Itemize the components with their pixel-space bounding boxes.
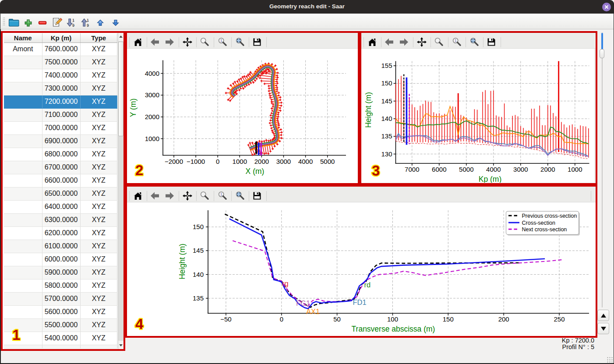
svg-text:rd: rd: [364, 281, 371, 289]
svg-text:2: 2: [135, 162, 143, 178]
svg-text:−2000: −2000: [165, 158, 183, 165]
svg-text:1: 1: [455, 39, 457, 43]
svg-text:Transverse abscissa (m): Transverse abscissa (m): [352, 325, 435, 333]
svg-text:6000: 6000: [432, 166, 446, 173]
svg-text:145: 145: [193, 247, 204, 254]
svg-text:1000: 1000: [145, 135, 159, 142]
svg-text:135: 135: [381, 132, 392, 140]
svg-text:150: 150: [381, 79, 392, 87]
svg-text:140: 140: [193, 271, 204, 278]
svg-text:3000: 3000: [276, 158, 291, 165]
svg-text:150: 150: [193, 223, 204, 230]
svg-text:0: 0: [216, 158, 219, 165]
svg-text:Next cross-section: Next cross-section: [522, 226, 567, 233]
svg-text:Height (m): Height (m): [178, 244, 187, 279]
svg-text:150: 150: [443, 315, 454, 323]
svg-text:1: 1: [220, 192, 222, 197]
svg-text:FG1: FG1: [296, 299, 310, 307]
svg-text:Height (m): Height (m): [364, 92, 373, 128]
svg-text:2000: 2000: [145, 113, 159, 120]
svg-text:X (m): X (m): [246, 167, 265, 176]
svg-text:−50: −50: [220, 315, 231, 323]
svg-text:−1000: −1000: [187, 158, 205, 165]
svg-text:155: 155: [381, 62, 392, 69]
svg-text:9: 9: [72, 23, 74, 28]
svg-text:3000: 3000: [145, 91, 159, 99]
svg-text:140: 140: [381, 115, 392, 122]
svg-text:1000: 1000: [233, 158, 247, 165]
svg-text:Y (m): Y (m): [129, 99, 138, 117]
svg-text:130: 130: [381, 150, 392, 158]
svg-text:135: 135: [193, 294, 204, 302]
svg-text:2000: 2000: [540, 166, 555, 173]
svg-text:4000: 4000: [298, 158, 313, 165]
svg-text:0: 0: [280, 315, 283, 323]
svg-text:FD1: FD1: [353, 298, 367, 306]
svg-text:9: 9: [87, 23, 89, 28]
svg-text:Cross-section: Cross-section: [522, 220, 555, 226]
svg-text:145: 145: [381, 97, 392, 105]
svg-text:250: 250: [554, 315, 565, 323]
svg-text:200: 200: [498, 315, 509, 323]
svg-text:1: 1: [12, 327, 20, 343]
svg-text:50: 50: [333, 315, 341, 323]
svg-text:1: 1: [220, 39, 222, 43]
svg-text:3000: 3000: [513, 166, 528, 173]
svg-text:Kp (m): Kp (m): [479, 175, 502, 183]
svg-text:3: 3: [372, 163, 380, 179]
svg-text:1000: 1000: [568, 166, 582, 173]
svg-text:rg: rg: [282, 279, 289, 287]
svg-text:100: 100: [387, 315, 398, 323]
svg-text:7000: 7000: [405, 166, 419, 173]
svg-text:5000: 5000: [320, 158, 335, 165]
svg-text:4000: 4000: [486, 166, 501, 173]
svg-text:Previous cross-section: Previous cross-section: [522, 213, 577, 219]
svg-text:5000: 5000: [459, 166, 473, 173]
svg-text:4: 4: [135, 316, 144, 332]
svg-text:AX1: AX1: [306, 307, 320, 315]
svg-text:2000: 2000: [254, 158, 269, 165]
svg-text:4000: 4000: [145, 70, 159, 77]
